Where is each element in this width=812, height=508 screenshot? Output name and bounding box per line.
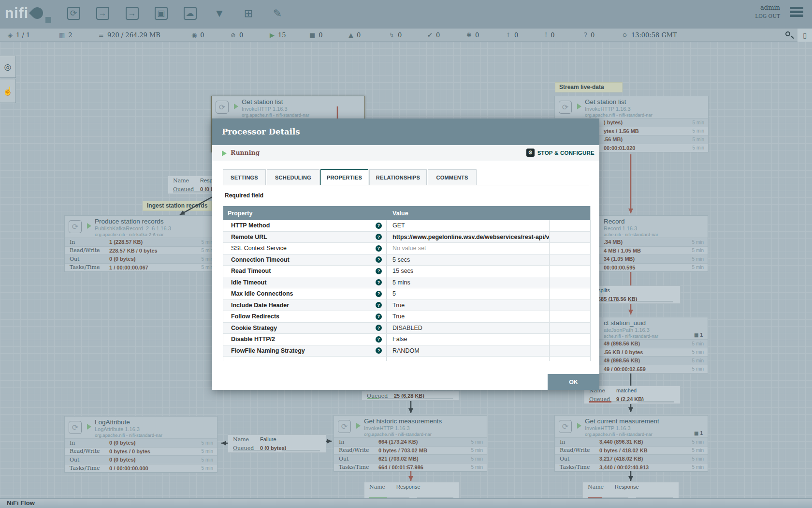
status-transmitting-count: 0: [200, 31, 204, 39]
processor-get-current-measurement[interactable]: ⟳Get current measurementInvokeHTTP 1.16.…: [554, 415, 708, 472]
queue-bar-track: [173, 191, 213, 193]
hand-tool-button[interactable]: ☝: [0, 79, 16, 103]
queue-row: NameResponse: [583, 482, 679, 491]
help-icon[interactable]: ?: [376, 302, 382, 308]
stat-row: Tasks/Time1 / 00:00:00.0675 min: [65, 263, 217, 272]
queue-row-value: Response: [396, 484, 420, 490]
help-icon[interactable]: ?: [376, 223, 382, 229]
help-icon[interactable]: ?: [376, 291, 382, 297]
output-port-icon[interactable]: →: [124, 5, 140, 21]
help-icon[interactable]: ?: [376, 314, 382, 320]
template-icon[interactable]: ⊞: [241, 5, 256, 21]
stat-window: 5 min: [682, 456, 708, 462]
refresh-time: 13:00:58 GMT: [631, 31, 677, 39]
property-row: Disable HTTP/2?False: [223, 334, 590, 345]
property-row: Cookie Strategy?DISABLED: [223, 323, 590, 334]
logout-link[interactable]: LOG OUT: [755, 13, 780, 19]
stat-row: In1 (228.57 KB)5 min: [65, 238, 217, 246]
refresh-icon[interactable]: ⟳: [623, 31, 628, 39]
breadcrumb-bar: NiFi Flow: [0, 498, 812, 508]
panel-toggle-icon[interactable]: ▯: [798, 29, 812, 42]
label-icon[interactable]: ✎: [270, 5, 285, 21]
stat-value: .56 KB / 0 bytes: [599, 349, 682, 355]
active-threads-badge: ▦1: [694, 431, 703, 436]
stat-label: Out: [65, 256, 109, 262]
stat-window: 5 min: [682, 439, 708, 445]
queue-failure[interactable]: NameFailureQueued0 (0 bytes): [228, 434, 326, 453]
property-value: GET: [392, 222, 405, 229]
processor-type: InvokeHTTP 1.16.3: [364, 425, 410, 431]
property-name-cell: [223, 357, 387, 361]
canvas-label[interactable]: Stream live-data: [555, 82, 623, 92]
tab-settings[interactable]: SETTINGS: [223, 169, 266, 185]
property-name-cell: Remote URL?: [223, 232, 387, 243]
nifi-drop-icon: [29, 5, 45, 21]
status-invalid-count: 0: [357, 31, 361, 39]
stat-window: 5 min: [683, 120, 708, 125]
property-value: 15 secs: [392, 268, 413, 274]
global-menu-icon[interactable]: [790, 7, 803, 17]
queue-response-bottom-left[interactable]: NameResponse: [364, 482, 460, 500]
processor-stats: In1 (228.57 KB)5 minRead/Write228.57 KB …: [65, 238, 217, 271]
running-status-icon: [222, 150, 227, 156]
processor-type-icon: ⟳: [69, 220, 82, 233]
property-name-cell: Cookie Strategy?: [223, 323, 387, 334]
processor-header: ⟳Get current measurementInvokeHTTP 1.16.…: [555, 416, 708, 437]
stat-label: Tasks/Time: [555, 464, 599, 470]
property-name-cell: Disable HTTP/2?: [223, 334, 387, 345]
canvas-label[interactable]: Ingest station records: [143, 201, 212, 211]
last-refresh: ⟳13:00:58 GMT: [623, 29, 677, 42]
processor-type: PublishKafkaRecord_2_6 1.16.3: [95, 225, 171, 231]
processor-bundle: org.apache.nifi - nifi-standard-nar: [364, 432, 432, 437]
processor-icon[interactable]: ⟳: [66, 5, 81, 21]
processor-produce-station-records[interactable]: ⟳Produce station recordsPublishKafkaReco…: [64, 215, 218, 272]
property-name: FlowFile Naming Strategy: [223, 347, 305, 354]
property-value-cell: RANDOM: [387, 345, 550, 357]
help-icon[interactable]: ?: [376, 234, 382, 240]
help-icon[interactable]: ?: [376, 347, 382, 354]
stat-label: In: [65, 239, 109, 245]
help-icon[interactable]: ?: [376, 268, 382, 274]
processor-header: ⟳Get station listInvokeHTTP 1.16.3org.ap…: [555, 96, 708, 118]
queue-response-bottom-right[interactable]: NameResponse: [582, 482, 679, 500]
processor-get-historic-measurements[interactable]: ⟳Get historic measurementsInvokeHTTP 1.1…: [334, 415, 487, 472]
breadcrumb[interactable]: NiFi Flow: [7, 499, 35, 507]
queue-25[interactable]: Queued25 (6.28 KB): [362, 391, 459, 401]
status-locally-modified-stale: !0: [545, 29, 555, 42]
processor-log-attribute[interactable]: ⟳LogAttributeLogAttribute 1.16.3org.apac…: [64, 416, 218, 473]
threads-icon: ▦: [694, 431, 698, 436]
funnel-icon[interactable]: ▼: [212, 5, 227, 21]
property-value-cell: No value set: [387, 243, 550, 254]
queued-icon: ≡: [99, 31, 104, 39]
stat-label: Read/Write: [334, 447, 378, 453]
tab-comments[interactable]: COMMENTS: [428, 169, 477, 185]
crosshair-tool-button[interactable]: ◎: [0, 56, 16, 78]
help-icon[interactable]: ?: [376, 279, 382, 285]
process-group-icon[interactable]: ▣: [153, 5, 169, 21]
search-icon[interactable]: [781, 29, 798, 42]
help-icon[interactable]: ?: [376, 325, 382, 331]
ok-button[interactable]: OK: [548, 374, 599, 390]
processor-name: Get historic measurements: [364, 418, 442, 425]
tab-relationships[interactable]: RELATIONSHIPS: [369, 169, 427, 185]
running-status-icon: [234, 104, 238, 109]
remote-process-group-icon[interactable]: ☁: [182, 5, 198, 21]
stat-label: In: [334, 439, 378, 445]
processor-type-icon: ⟳: [69, 421, 82, 434]
help-icon[interactable]: ?: [376, 256, 382, 263]
nifi-pixels-icon: [45, 17, 51, 23]
help-icon[interactable]: ?: [376, 245, 382, 252]
status-running-count: 15: [278, 31, 286, 39]
tab-properties[interactable]: PROPERTIES: [320, 169, 368, 185]
stat-window: 5 min: [682, 341, 708, 346]
stop-and-configure-button[interactable]: ⚙ STOP & CONFIGURE: [526, 149, 594, 157]
stat-window: 5 min: [682, 256, 708, 262]
help-icon[interactable]: ?: [376, 336, 382, 343]
not-transmitting-icon: ⊘: [231, 31, 236, 39]
tab-scheduling[interactable]: SCHEDULING: [267, 169, 319, 185]
input-port-icon[interactable]: →: [95, 5, 110, 21]
property-row: Read Timeout?15 secs: [223, 266, 590, 277]
status-threads-count: 2: [68, 31, 72, 39]
processor-bundle: org.apache.nifi - nifi-standard-nar: [95, 433, 162, 438]
app-header: nifi ⟳→→▣☁▼⊞✎ admin LOG OUT: [0, 0, 812, 29]
